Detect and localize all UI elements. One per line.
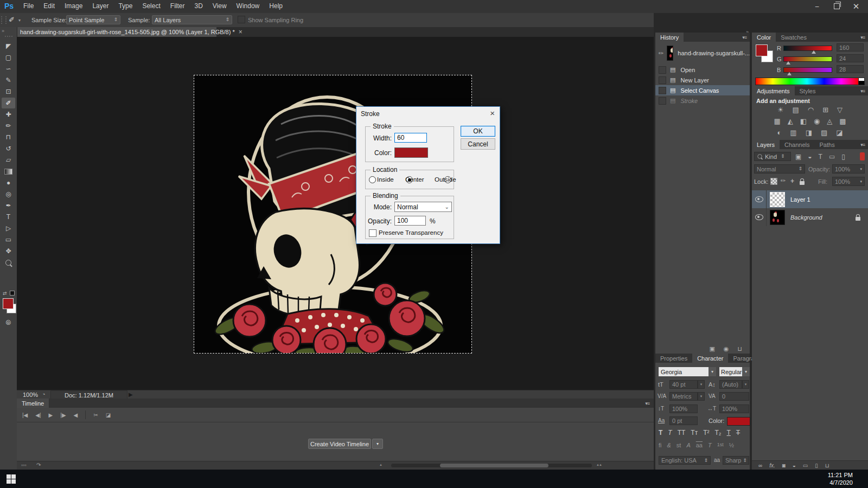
- history-item-new-layer[interactable]: ▤ New Layer: [655, 75, 750, 85]
- timeline-scrollbar-thumb[interactable]: [440, 464, 548, 467]
- new-snapshot-icon[interactable]: ◉: [724, 345, 729, 352]
- tab-paths[interactable]: Paths: [815, 140, 840, 149]
- black-white-icon[interactable]: ◧: [800, 118, 807, 125]
- layer-name[interactable]: Layer 1: [790, 196, 810, 203]
- faux-italic-button[interactable]: T: [668, 429, 672, 436]
- vibrance-icon[interactable]: ▽: [837, 106, 843, 113]
- underline-button[interactable]: T: [727, 429, 731, 436]
- hue-saturation-icon[interactable]: ▦: [774, 118, 780, 125]
- toolbar-collapse-icon[interactable]: »: [0, 27, 17, 35]
- channel-mixer-icon[interactable]: ◬: [827, 118, 832, 125]
- language-dropdown[interactable]: English: USA⇕: [659, 456, 711, 465]
- history-brush-well[interactable]: [659, 66, 666, 74]
- red-slider[interactable]: [783, 46, 832, 51]
- layer-visibility-well[interactable]: [752, 190, 767, 208]
- tab-layers[interactable]: Layers: [752, 140, 780, 149]
- subscript-button[interactable]: T₂: [715, 429, 722, 436]
- lock-position-icon[interactable]: +: [790, 177, 794, 185]
- minimize-button[interactable]: –: [807, 0, 827, 12]
- move-tool[interactable]: ◤: [2, 41, 15, 52]
- foreground-color-swatch[interactable]: [756, 44, 768, 56]
- delete-layer-icon[interactable]: ⊔: [825, 463, 829, 468]
- zoom-out-timeline-icon[interactable]: ▲: [379, 463, 382, 466]
- kerning-dropdown-icon[interactable]: ▾: [698, 392, 705, 401]
- canvas-area[interactable]: [17, 37, 654, 390]
- layer-style-icon[interactable]: fx.: [769, 463, 775, 468]
- swash-button[interactable]: A: [686, 442, 690, 448]
- menu-image[interactable]: Image: [60, 0, 87, 12]
- horizontal-scale-field[interactable]: 100%: [719, 404, 749, 413]
- color-balance-icon[interactable]: ◭: [788, 118, 793, 125]
- filter-smart-objects-icon[interactable]: ▯: [841, 153, 845, 160]
- menu-view[interactable]: View: [208, 0, 232, 12]
- menu-help[interactable]: Help: [264, 0, 288, 12]
- split-clip-button[interactable]: ✂: [93, 412, 98, 418]
- eraser-tool[interactable]: ▱: [2, 155, 15, 165]
- tracking-field[interactable]: 0: [719, 392, 749, 401]
- selective-color-icon[interactable]: ◪: [836, 129, 843, 136]
- ok-button[interactable]: OK: [461, 126, 495, 137]
- filter-pixel-layers-icon[interactable]: ▣: [795, 153, 801, 160]
- ordinals-button[interactable]: 1st: [717, 442, 724, 448]
- tab-history[interactable]: History: [655, 33, 684, 42]
- posterize-icon[interactable]: ▥: [790, 129, 796, 136]
- fill-dropdown[interactable]: 100%▾: [832, 177, 865, 186]
- blend-mode-dropdown[interactable]: Normal⇕: [754, 164, 805, 174]
- new-layer-icon[interactable]: ▯: [815, 463, 818, 468]
- taskbar-clock[interactable]: 11:21 PM 4/7/2020: [819, 471, 853, 486]
- history-brush-well[interactable]: [659, 97, 666, 105]
- crop-tool[interactable]: ⊡: [2, 86, 15, 97]
- lock-transparency-icon[interactable]: [770, 178, 777, 185]
- blur-tool[interactable]: ●: [2, 177, 15, 188]
- brush-tool[interactable]: ✏: [2, 120, 15, 131]
- tab-color[interactable]: Color: [752, 33, 776, 42]
- tab-properties[interactable]: Properties: [655, 354, 692, 363]
- font-family-dropdown-icon[interactable]: ▾: [709, 367, 716, 376]
- previous-frame-button[interactable]: ◀|: [35, 412, 41, 418]
- standard-ligatures-button[interactable]: fi: [659, 442, 662, 448]
- fractions-button[interactable]: ½: [729, 442, 734, 448]
- photo-filter-icon[interactable]: ◉: [814, 118, 820, 125]
- history-brush-tool[interactable]: ↺: [2, 143, 15, 154]
- tab-character[interactable]: Character: [692, 354, 728, 363]
- history-panel-menu-icon[interactable]: ▾≡: [739, 33, 750, 42]
- blue-slider[interactable]: [783, 67, 832, 73]
- document-tab-close-icon[interactable]: ×: [239, 28, 242, 36]
- timeline-type-dropdown[interactable]: ▾: [372, 439, 383, 449]
- filter-type-layers-icon[interactable]: T: [819, 153, 822, 160]
- font-family-field[interactable]: Georgia: [659, 367, 709, 376]
- spot-healing-brush-tool[interactable]: ✚: [2, 109, 15, 120]
- toolbar-grip[interactable]: [5, 36, 12, 40]
- threshold-icon[interactable]: ◨: [806, 129, 812, 136]
- history-brush-well[interactable]: [659, 87, 666, 94]
- show-sampling-ring-checkbox[interactable]: [238, 16, 245, 23]
- mode-dropdown[interactable]: Normal⌄: [394, 202, 452, 212]
- menu-file[interactable]: File: [18, 0, 39, 12]
- options-grip[interactable]: [1, 16, 7, 24]
- document-tab[interactable]: hand-drawing-sugarskull-girl-with-rose_1…: [17, 27, 216, 37]
- exposure-icon[interactable]: ⊞: [822, 106, 828, 113]
- menu-edit[interactable]: Edit: [39, 0, 60, 12]
- stroke-color-swatch[interactable]: [394, 147, 428, 158]
- path-selection-tool[interactable]: ▷: [2, 223, 15, 234]
- font-style-field[interactable]: Regular: [719, 367, 742, 376]
- quick-selection-tool[interactable]: ✎: [2, 75, 15, 86]
- layers-panel-menu-icon[interactable]: ▾≡: [857, 140, 868, 149]
- menu-filter[interactable]: Filter: [165, 0, 190, 12]
- history-item-select-canvas[interactable]: ▤ Select Canvas: [655, 85, 750, 95]
- history-snapshot-row[interactable]: ✏ hand-drawing-sugarskull-...: [655, 45, 750, 61]
- new-group-icon[interactable]: ▭: [803, 463, 808, 468]
- layer-row-background[interactable]: Background: [752, 208, 868, 226]
- filter-shape-layers-icon[interactable]: ▭: [829, 153, 835, 160]
- delete-state-icon[interactable]: ⊔: [737, 345, 742, 352]
- pen-tool[interactable]: ✒: [2, 200, 15, 211]
- zoom-tool[interactable]: [2, 257, 15, 268]
- anti-alias-dropdown[interactable]: Sharp⇕: [723, 456, 749, 465]
- superscript-button[interactable]: T²: [703, 429, 709, 436]
- vertical-scale-field[interactable]: 100%: [669, 404, 698, 413]
- leading-dropdown-icon[interactable]: ▾: [742, 380, 749, 389]
- default-colors-icon[interactable]: [10, 291, 15, 296]
- tab-timeline[interactable]: Timeline: [17, 399, 49, 408]
- invert-icon[interactable]: ◐: [777, 129, 781, 136]
- adjustments-panel-menu-icon[interactable]: ▾≡: [857, 86, 868, 95]
